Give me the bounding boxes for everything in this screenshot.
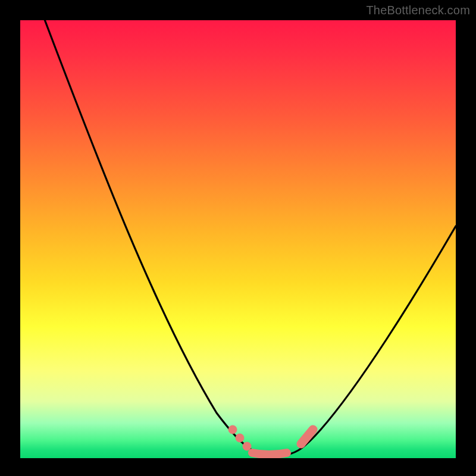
plot-area xyxy=(20,20,456,458)
attribution-watermark: TheBottleneck.com xyxy=(366,4,470,17)
chart-frame: TheBottleneck.com xyxy=(0,0,476,476)
rainbow-gradient-background xyxy=(20,20,456,458)
